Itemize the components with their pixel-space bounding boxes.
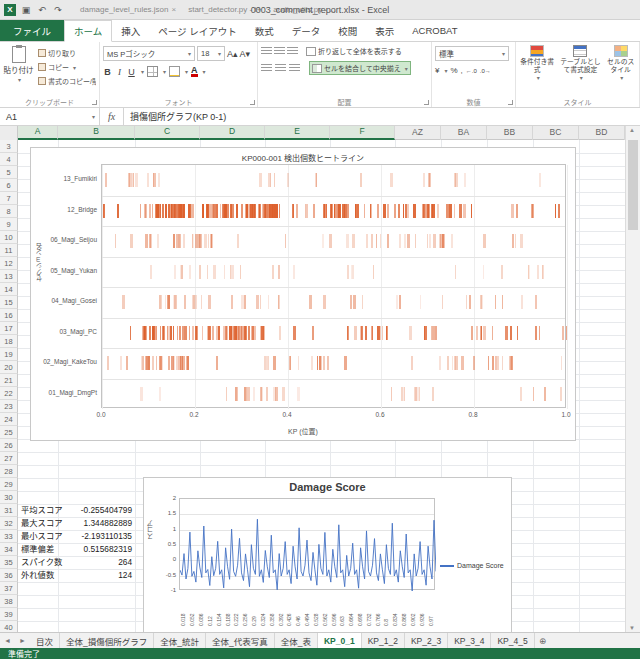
cell-styles-button[interactable]: セルのスタイル ▾	[605, 45, 636, 82]
column-header-AZ[interactable]: AZ	[395, 126, 441, 140]
comma-style-button[interactable]: ,	[461, 66, 463, 75]
sheet-nav-right-icon[interactable]: ►	[15, 633, 30, 648]
row-header-11[interactable]: 11	[0, 244, 18, 257]
stat-cell-value[interactable]: -2.193110135	[58, 530, 132, 543]
row-header-4[interactable]: 4	[0, 153, 18, 166]
font-name-select[interactable]: MS Pゴシック▾	[103, 46, 195, 61]
paste-button[interactable]: 貼り付け ▾	[3, 45, 34, 86]
formula-input[interactable]: 損傷個所グラフ(KP 0-1)	[124, 108, 640, 125]
row-header-39[interactable]: 39	[0, 608, 18, 621]
stat-cell-label[interactable]: 標準偏差	[21, 543, 54, 556]
row-header-14[interactable]: 14	[0, 283, 18, 296]
copy-button[interactable]: コピー▾	[38, 62, 96, 72]
column-header-E[interactable]: E	[265, 126, 330, 140]
row-header-21[interactable]: 21	[0, 374, 18, 387]
row-header-7[interactable]: 7	[0, 192, 18, 205]
merge-center-button[interactable]: セルを結合して中央揃え ▾	[309, 61, 411, 75]
dialog-launcher-icon[interactable]	[508, 100, 513, 105]
row-header-37[interactable]: 37	[0, 582, 18, 595]
row-header-27[interactable]: 27	[0, 452, 18, 465]
column-header-BD[interactable]: BD	[579, 126, 625, 140]
ribbon-tab-ページ レイアウト[interactable]: ページ レイアウト	[149, 20, 245, 41]
fill-color-icon[interactable]	[169, 66, 180, 77]
stat-cell-value[interactable]: 264	[58, 556, 132, 569]
close-icon[interactable]: ×	[172, 5, 177, 14]
row-header-28[interactable]: 28	[0, 465, 18, 478]
column-header-B[interactable]: B	[58, 126, 135, 140]
background-tab[interactable]: start_detector.py - t+	[188, 5, 261, 14]
format-as-table-button[interactable]: テーブルとして書式設定 ▾	[558, 45, 602, 82]
dialog-launcher-icon[interactable]	[250, 100, 255, 105]
cut-button[interactable]: 切り取り	[38, 48, 96, 58]
row-header-18[interactable]: 18	[0, 335, 18, 348]
row-header-9[interactable]: 9	[0, 218, 18, 231]
row-header-38[interactable]: 38	[0, 595, 18, 608]
row-header-10[interactable]: 10	[0, 231, 18, 244]
dialog-launcher-icon[interactable]	[424, 100, 429, 105]
background-tab[interactable]: audio_utils.py - ...	[273, 5, 336, 14]
row-header-31[interactable]: 31	[0, 504, 18, 517]
italic-button[interactable]: I	[115, 67, 124, 77]
background-tab[interactable]: damage_level_rules.json×	[80, 5, 176, 14]
row-header-35[interactable]: 35	[0, 556, 18, 569]
stat-cell-value[interactable]: -0.255404799	[58, 504, 132, 517]
stat-cell-value[interactable]: 124	[58, 569, 132, 582]
sheet-tab-KP_1_2[interactable]: KP_1_2	[362, 633, 405, 648]
save-icon[interactable]: ▣	[20, 5, 32, 15]
align-middle-icon[interactable]	[274, 47, 285, 56]
select-all-corner[interactable]	[0, 126, 18, 140]
sheet-tab-全体_損傷個所グラフ[interactable]: 全体_損傷個所グラフ	[60, 633, 154, 648]
wrap-text-button[interactable]: 折り返して全体を表示する	[306, 46, 402, 56]
ribbon-tab-数式[interactable]: 数式	[246, 20, 283, 41]
sheet-tab-全体_代表写真[interactable]: 全体_代表写真	[206, 633, 275, 648]
column-header-C[interactable]: C	[135, 126, 200, 140]
redo-icon[interactable]: ↷	[52, 5, 64, 15]
ribbon-tab-校閲[interactable]: 校閲	[329, 20, 366, 41]
column-header-D[interactable]: D	[200, 126, 265, 140]
stat-cell-label[interactable]: スパイク数	[21, 556, 62, 569]
decrease-font-size-button[interactable]: A▾	[240, 49, 251, 59]
row-header-30[interactable]: 30	[0, 491, 18, 504]
column-header-BA[interactable]: BA	[441, 126, 487, 140]
scroll-down-icon[interactable]: ▼	[629, 625, 635, 631]
scrollbar-thumb[interactable]	[628, 140, 638, 230]
ribbon-tab-挿入[interactable]: 挿入	[112, 20, 149, 41]
stat-cell-value[interactable]: 1.344882889	[58, 517, 132, 530]
row-header-23[interactable]: 23	[0, 400, 18, 413]
align-top-icon[interactable]	[261, 47, 272, 56]
stat-cell-label[interactable]: 最大スコア	[21, 517, 63, 530]
row-header-5[interactable]: 5	[0, 166, 18, 179]
row-header-19[interactable]: 19	[0, 348, 18, 361]
chart-heatline[interactable]: KP000-001 検出個数ヒートライン セクション名 KP (位置) 0.00…	[30, 147, 576, 441]
align-center-icon[interactable]	[275, 64, 286, 73]
row-header-34[interactable]: 34	[0, 543, 18, 556]
column-header-F[interactable]: F	[330, 126, 395, 140]
new-sheet-button[interactable]: ⊕	[535, 633, 551, 648]
ribbon-tab-ホーム[interactable]: ホーム	[64, 20, 112, 42]
ribbon-tab-データ[interactable]: データ	[283, 20, 330, 41]
column-header-A[interactable]: A	[18, 126, 58, 140]
ribbon-tab-ACROBAT[interactable]: ACROBAT	[403, 20, 466, 41]
increase-decimal-icon[interactable]: ←.0	[466, 68, 477, 74]
stat-cell-label[interactable]: 外れ値数	[21, 569, 54, 582]
sheet-tab-目次[interactable]: 目次	[30, 633, 60, 648]
align-bottom-icon[interactable]	[287, 47, 298, 56]
sheet-tab-KP_3_4[interactable]: KP_3_4	[448, 633, 491, 648]
sheet-tab-KP_0_1[interactable]: KP_0_1	[318, 633, 362, 648]
bold-button[interactable]: B	[103, 67, 112, 77]
row-header-3[interactable]: 3	[0, 140, 18, 153]
undo-icon[interactable]: ↶	[36, 5, 48, 15]
conditional-formatting-button[interactable]: 条件付き書式 ▾	[519, 45, 555, 82]
align-left-icon[interactable]	[261, 64, 272, 73]
number-format-select[interactable]: 標準▾	[435, 46, 509, 61]
row-header-12[interactable]: 12	[0, 257, 18, 270]
column-header-BC[interactable]: BC	[533, 126, 579, 140]
column-header-BB[interactable]: BB	[487, 126, 533, 140]
stat-cell-value[interactable]: 0.515682319	[58, 543, 132, 556]
font-size-select[interactable]: 18▾	[197, 46, 225, 61]
currency-format-button[interactable]: ¥	[435, 66, 439, 75]
percent-style-button[interactable]: %	[450, 66, 457, 75]
font-color-icon[interactable]: A	[191, 66, 198, 77]
row-header-26[interactable]: 26	[0, 439, 18, 452]
row-header-22[interactable]: 22	[0, 387, 18, 400]
